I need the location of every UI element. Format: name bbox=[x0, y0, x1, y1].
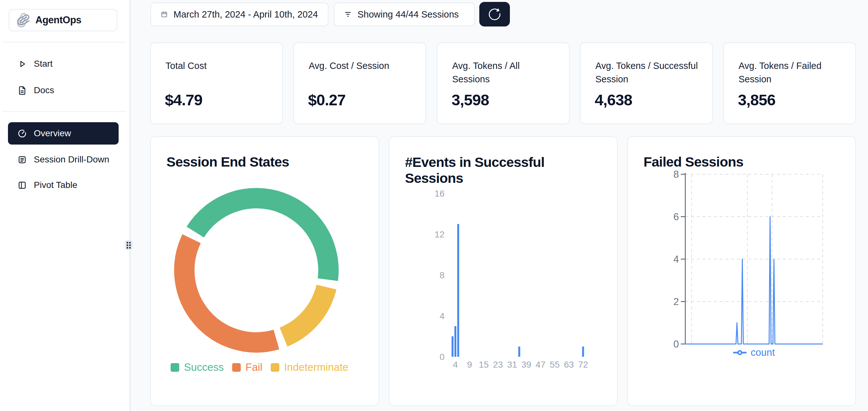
sidebar-item-label: Session Drill-Down bbox=[34, 154, 110, 165]
stat-value: 4,638 bbox=[595, 91, 632, 109]
donut-legend: Success Fail Indeterminate bbox=[170, 361, 348, 373]
agentops-dashboard: AgentOps Start Docs bbox=[0, 0, 868, 411]
stat-label: Avg. Tokens / Successful Session bbox=[595, 59, 701, 86]
svg-text:55: 55 bbox=[550, 360, 560, 370]
failed-sessions-line-chart[interactable]: 02468 bbox=[669, 167, 842, 371]
sidebar-item-label: Docs bbox=[34, 85, 54, 95]
legend-swatch bbox=[232, 363, 241, 372]
sidebar-resize-handle[interactable] bbox=[125, 240, 133, 250]
stat-value: 3,856 bbox=[738, 91, 776, 109]
stat-label: Avg. Tokens / Failed Session bbox=[739, 59, 844, 86]
legend-swatch bbox=[170, 363, 179, 372]
calendar-icon bbox=[161, 11, 168, 18]
failed-sessions-card: Failed Sessions 02468 count bbox=[627, 136, 856, 406]
stat-card-total-cost: Total Cost $4.79 bbox=[150, 42, 283, 124]
svg-text:4: 4 bbox=[674, 254, 679, 265]
stat-card-avg-cost-session: Avg. Cost / Session $0.27 bbox=[293, 42, 426, 124]
svg-text:47: 47 bbox=[535, 360, 545, 370]
sessions-filter-button[interactable]: Showing 44/44 Sessions bbox=[334, 3, 475, 26]
sidebar-item-label: Pivot Table bbox=[34, 180, 77, 190]
stat-label: Avg. Tokens / All Sessions bbox=[452, 59, 557, 86]
divider bbox=[3, 111, 126, 112]
logo[interactable]: AgentOps bbox=[9, 9, 117, 31]
session-end-states-card: Session End States Success Fail Indeterm… bbox=[150, 136, 379, 406]
logo-text: AgentOps bbox=[35, 14, 81, 26]
refresh-icon bbox=[487, 7, 502, 22]
sidebar-item-overview[interactable]: Overview bbox=[8, 122, 119, 145]
stat-card-avg-tokens-all: Avg. Tokens / All Sessions 3,598 bbox=[437, 42, 569, 124]
date-range-label: March 27th, 2024 - April 10th, 2024 bbox=[174, 9, 318, 20]
svg-text:12: 12 bbox=[435, 229, 444, 239]
refresh-button[interactable] bbox=[479, 2, 510, 27]
svg-text:72: 72 bbox=[578, 360, 588, 370]
stat-card-avg-tokens-successful: Avg. Tokens / Successful Session 4,638 bbox=[580, 42, 713, 124]
legend-label: count bbox=[751, 347, 775, 358]
legend-item-success[interactable]: Success bbox=[170, 361, 224, 373]
divider bbox=[3, 42, 126, 42]
legend-item-fail[interactable]: Fail bbox=[232, 361, 262, 373]
legend-label: Fail bbox=[246, 361, 262, 373]
legend-label: Indeterminate bbox=[284, 361, 348, 373]
svg-text:8: 8 bbox=[674, 169, 679, 180]
stat-card-avg-tokens-failed: Avg. Tokens / Failed Session 3,856 bbox=[723, 42, 856, 124]
chart-title: Session End States bbox=[166, 154, 289, 170]
grip-dots-icon bbox=[127, 242, 131, 248]
date-range-button[interactable]: March 27th, 2024 - April 10th, 2024 bbox=[151, 3, 329, 26]
svg-text:31: 31 bbox=[507, 360, 517, 370]
svg-text:0: 0 bbox=[674, 339, 679, 350]
list-icon bbox=[18, 155, 27, 164]
document-icon bbox=[18, 86, 27, 95]
svg-text:39: 39 bbox=[521, 360, 531, 370]
sidebar-item-docs[interactable]: Docs bbox=[8, 81, 119, 100]
chart-title: #Events in Successful Sessions bbox=[405, 154, 596, 186]
svg-text:9: 9 bbox=[467, 360, 472, 370]
svg-text:15: 15 bbox=[478, 360, 489, 370]
svg-text:63: 63 bbox=[564, 360, 574, 370]
svg-text:0: 0 bbox=[439, 352, 444, 362]
split-panel-icon bbox=[18, 181, 27, 190]
svg-text:4: 4 bbox=[453, 360, 458, 370]
svg-text:6: 6 bbox=[674, 211, 679, 223]
events-bar-chart[interactable]: 0481216491523313947556372 bbox=[428, 182, 613, 373]
stat-label: Avg. Cost / Session bbox=[309, 59, 414, 72]
legend-swatch bbox=[271, 363, 279, 372]
stat-value: 3,598 bbox=[452, 91, 489, 109]
svg-text:4: 4 bbox=[439, 311, 444, 321]
gauge-icon bbox=[18, 129, 27, 138]
stat-value: $4.79 bbox=[165, 91, 203, 109]
sidebar-item-pivot-table[interactable]: Pivot Table bbox=[8, 176, 119, 195]
legend-item-indeterminate[interactable]: Indeterminate bbox=[271, 361, 348, 373]
stat-label: Total Cost bbox=[165, 59, 271, 72]
filter-icon bbox=[344, 10, 352, 18]
legend-label: Success bbox=[184, 361, 224, 373]
paperclip-logo-icon bbox=[16, 13, 30, 27]
svg-text:2: 2 bbox=[674, 296, 679, 307]
sidebar: AgentOps Start Docs bbox=[0, 0, 131, 411]
line-series-marker-icon bbox=[733, 349, 746, 356]
play-icon bbox=[18, 59, 27, 68]
svg-text:16: 16 bbox=[435, 188, 444, 199]
session-end-states-donut-chart[interactable] bbox=[167, 181, 346, 360]
sidebar-item-label: Overview bbox=[34, 128, 71, 139]
sessions-filter-label: Showing 44/44 Sessions bbox=[358, 9, 459, 20]
count-legend-item[interactable]: count bbox=[685, 345, 823, 360]
sidebar-item-session-drill-down[interactable]: Session Drill-Down bbox=[8, 150, 119, 169]
stat-value: $0.27 bbox=[308, 91, 346, 109]
svg-text:23: 23 bbox=[493, 360, 503, 370]
sidebar-item-start[interactable]: Start bbox=[8, 54, 119, 74]
svg-text:8: 8 bbox=[439, 270, 444, 280]
sidebar-item-label: Start bbox=[34, 59, 53, 69]
events-in-successful-sessions-card: #Events in Successful Sessions 048121649… bbox=[389, 136, 618, 406]
